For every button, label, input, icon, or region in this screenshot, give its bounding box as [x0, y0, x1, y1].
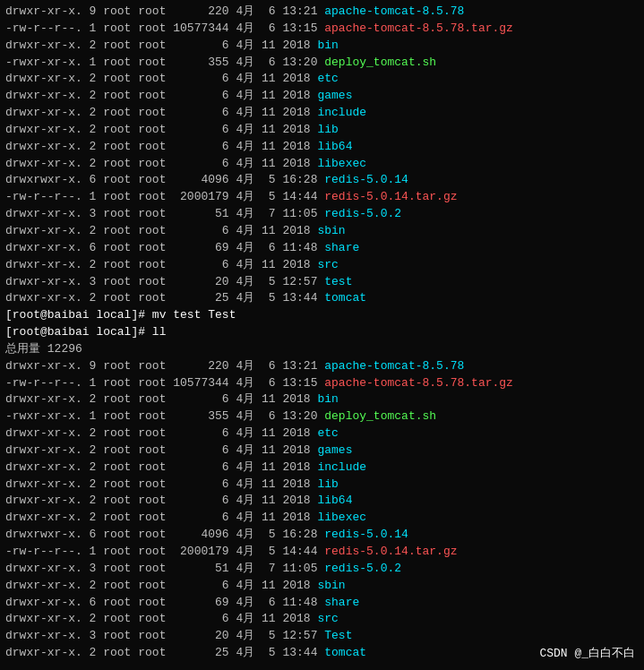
terminal-text: drwxr-xr-x. 2 root root 6 4月 11 2018	[5, 494, 317, 507]
terminal-text: drwxr-xr-x. 2 root root 6 4月 11 2018	[5, 157, 317, 170]
terminal-line: [root@baibai local]# mv test Test	[5, 307, 639, 324]
terminal-text: include	[317, 106, 366, 119]
terminal-text: src	[317, 258, 338, 271]
terminal-line: drwxr-xr-x. 6 root root 69 4月 6 11:48 sh…	[5, 595, 639, 612]
terminal-text: drwxr-xr-x. 9 root root 220 4月 6 13:21	[5, 4, 324, 18]
terminal-text: -rw-r--r--. 1 root root 10577344 4月 6 13…	[5, 21, 324, 35]
terminal-text: drwxrwxr-x. 6 root root 4096 4月 5 16:28	[5, 528, 324, 541]
terminal-line: drwxr-xr-x. 2 root root 6 4月 11 2018 etc	[5, 71, 639, 88]
terminal-text: [root@baibai local]# mv test Test	[5, 308, 236, 322]
terminal-text: drwxr-xr-x. 3 root root 51 4月 7 11:05	[5, 207, 324, 220]
terminal-line: drwxr-xr-x. 2 root root 6 4月 11 2018 bin	[5, 38, 639, 55]
terminal-text: drwxr-xr-x. 2 root root 6 4月 11 2018	[5, 426, 317, 440]
terminal-text: etc	[317, 426, 338, 440]
terminal-text: redis-5.0.14.tar.gz	[324, 190, 457, 203]
terminal-text: drwxr-xr-x. 2 root root 6 4月 11 2018	[5, 477, 317, 491]
terminal-line: drwxr-xr-x. 3 root root 20 4月 5 12:57 Te…	[5, 628, 639, 645]
terminal-line: drwxr-xr-x. 6 root root 69 4月 6 11:48 sh…	[5, 240, 639, 257]
terminal-text: drwxrwxr-x. 6 root root 4096 4月 5 16:28	[5, 173, 324, 186]
terminal-text: libexec	[317, 511, 366, 524]
terminal-line: drwxr-xr-x. 2 root root 6 4月 11 2018 etc	[5, 425, 639, 442]
terminal-line: drwxr-xr-x. 2 root root 6 4月 11 2018 inc…	[5, 105, 639, 122]
terminal-line: drwxr-xr-x. 9 root root 220 4月 6 13:21 a…	[5, 358, 639, 375]
terminal-text: sbin	[317, 579, 345, 592]
terminal-line: drwxr-xr-x. 2 root root 6 4月 11 2018 sbi…	[5, 578, 639, 595]
terminal-text: drwxr-xr-x. 2 root root 6 4月 11 2018	[5, 392, 317, 406]
terminal-text: -rwxr-xr-x. 1 root root 355 4月 6 13:20	[5, 56, 324, 69]
terminal-text: bin	[317, 392, 338, 406]
terminal-text: drwxr-xr-x. 2 root root 6 4月 11 2018	[5, 511, 317, 524]
terminal-line: drwxr-xr-x. 2 root root 25 4月 5 13:44 to…	[5, 290, 639, 307]
terminal-text: -rw-r--r--. 1 root root 10577344 4月 6 13…	[5, 376, 324, 390]
terminal-text: 总用量 12296	[5, 342, 82, 356]
terminal-text: drwxr-xr-x. 2 root root 6 4月 11 2018	[5, 460, 317, 474]
terminal-line: drwxr-xr-x. 2 root root 6 4月 11 2018 src	[5, 611, 639, 628]
terminal-line: drwxr-xr-x. 2 root root 6 4月 11 2018 lib	[5, 477, 639, 494]
terminal-text: drwxr-xr-x. 2 root root 6 4月 11 2018	[5, 89, 317, 102]
terminal-text: -rw-r--r--. 1 root root 2000179 4月 5 14:…	[5, 545, 324, 558]
terminal-line: -rw-r--r--. 1 root root 2000179 4月 5 14:…	[5, 544, 639, 561]
terminal-text: libexec	[317, 157, 366, 170]
terminal-line: drwxrwxr-x. 6 root root 4096 4月 5 16:28 …	[5, 172, 639, 189]
terminal-text: redis-5.0.14.tar.gz	[324, 545, 457, 558]
terminal-line: -rwxr-xr-x. 1 root root 355 4月 6 13:20 d…	[5, 55, 639, 72]
terminal-text: -rw-r--r--. 1 root root 2000179 4月 5 14:…	[5, 190, 324, 203]
terminal-text: tomcat	[324, 291, 366, 305]
terminal-text: -rwxr-xr-x. 1 root root 355 4月 6 13:20	[5, 409, 324, 423]
terminal-text: drwxr-xr-x. 2 root root 25 4月 5 13:44	[5, 291, 324, 305]
terminal-line: -rw-r--r--. 1 root root 10577344 4月 6 13…	[5, 21, 639, 38]
terminal-line: -rwxr-xr-x. 1 root root 355 4月 6 13:20 d…	[5, 408, 639, 425]
terminal-line: drwxr-xr-x. 2 root root 6 4月 11 2018 lib…	[5, 139, 639, 156]
terminal-line: drwxr-xr-x. 2 root root 6 4月 11 2018 lib…	[5, 510, 639, 527]
terminal-text: lib64	[317, 140, 352, 153]
terminal-text: drwxr-xr-x. 2 root root 6 4月 11 2018	[5, 443, 317, 457]
terminal-line: drwxr-xr-x. 2 root root 6 4月 11 2018 lib…	[5, 493, 639, 510]
terminal-text: drwxr-xr-x. 2 root root 6 4月 11 2018	[5, 140, 317, 153]
terminal-text: apache-tomcat-8.5.78.tar.gz	[324, 376, 513, 390]
terminal-line: drwxr-xr-x. 3 root root 51 4月 7 11:05 re…	[5, 561, 639, 578]
terminal-text: drwxr-xr-x. 2 root root 25 4月 5 13:44	[5, 646, 324, 659]
terminal-line: -rw-r--r--. 1 root root 2000179 4月 5 14:…	[5, 189, 639, 206]
terminal-text: drwxr-xr-x. 3 root root 20 4月 5 12:57	[5, 629, 324, 642]
terminal-text: games	[317, 443, 352, 457]
terminal-text: include	[317, 460, 366, 474]
watermark: CSDN @_白白不白	[539, 646, 635, 663]
terminal-text: test	[324, 275, 352, 288]
terminal-text: drwxr-xr-x. 2 root root 6 4月 11 2018	[5, 224, 317, 237]
terminal-line: drwxr-xr-x. 3 root root 51 4月 7 11:05 re…	[5, 206, 639, 223]
terminal-text: share	[324, 596, 359, 609]
terminal-line: [root@baibai local]# ll	[5, 324, 639, 341]
terminal-text: bin	[317, 39, 338, 52]
terminal-text: drwxr-xr-x. 2 root root 6 4月 11 2018	[5, 258, 317, 271]
terminal-text: drwxr-xr-x. 2 root root 6 4月 11 2018	[5, 72, 317, 85]
terminal-output: drwxr-xr-x. 9 root root 220 4月 6 13:21 a…	[5, 4, 639, 662]
terminal-text: deploy_tomcat.sh	[324, 409, 436, 423]
terminal-text: redis-5.0.14	[324, 528, 408, 541]
terminal-text: drwxr-xr-x. 2 root root 6 4月 11 2018	[5, 579, 317, 592]
terminal-line: drwxr-xr-x. 2 root root 6 4月 11 2018 lib	[5, 122, 639, 139]
terminal-text: src	[317, 612, 338, 625]
terminal-line: drwxr-xr-x. 3 root root 20 4月 5 12:57 te…	[5, 274, 639, 291]
terminal-line: drwxr-xr-x. 2 root root 6 4月 11 2018 gam…	[5, 88, 639, 105]
terminal-line: drwxr-xr-x. 2 root root 6 4月 11 2018 gam…	[5, 442, 639, 460]
terminal-line: drwxr-xr-x. 2 root root 6 4月 11 2018 lib…	[5, 156, 639, 173]
terminal-text: drwxr-xr-x. 3 root root 51 4月 7 11:05	[5, 562, 324, 575]
terminal-text: redis-5.0.2	[324, 562, 401, 575]
terminal-text: redis-5.0.14	[324, 173, 408, 186]
terminal-text: drwxr-xr-x. 3 root root 20 4月 5 12:57	[5, 275, 324, 288]
terminal-text: redis-5.0.2	[324, 207, 401, 220]
terminal-text: drwxr-xr-x. 2 root root 6 4月 11 2018	[5, 123, 317, 136]
terminal-line: drwxr-xr-x. 2 root root 6 4月 11 2018 src	[5, 257, 639, 274]
terminal-text: apache-tomcat-8.5.78	[324, 359, 464, 373]
terminal-text: drwxr-xr-x. 2 root root 6 4月 11 2018	[5, 106, 317, 119]
terminal-line: -rw-r--r--. 1 root root 10577344 4月 6 13…	[5, 375, 639, 392]
terminal-text: drwxr-xr-x. 6 root root 69 4月 6 11:48	[5, 241, 324, 254]
terminal-text: lib64	[317, 494, 352, 507]
terminal-text: apache-tomcat-8.5.78	[324, 4, 464, 18]
terminal-text: tomcat	[324, 646, 366, 659]
terminal-text: deploy_tomcat.sh	[324, 56, 436, 69]
terminal-text: lib	[317, 123, 338, 136]
terminal-text: sbin	[317, 224, 345, 237]
terminal-line: drwxr-xr-x. 2 root root 6 4月 11 2018 bin	[5, 391, 639, 408]
terminal-text: Test	[324, 629, 352, 642]
